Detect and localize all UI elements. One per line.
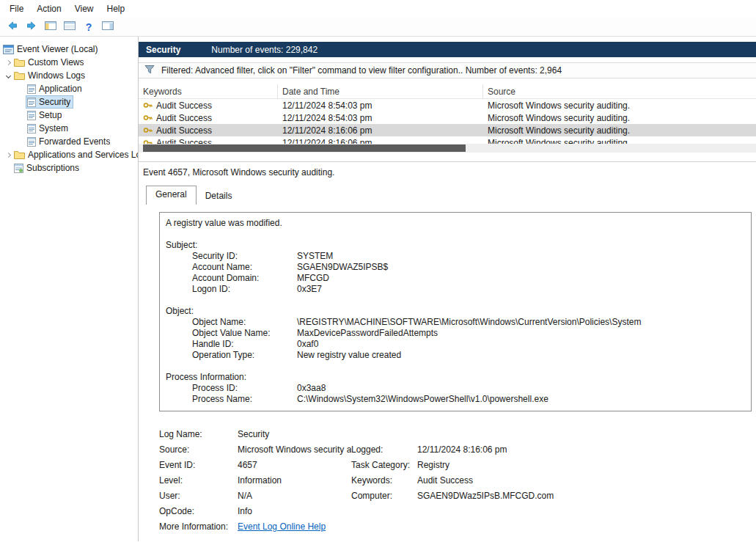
section-title: Object: bbox=[166, 306, 745, 317]
log-file-icon bbox=[27, 84, 36, 94]
horizontal-scrollbar[interactable] bbox=[139, 144, 756, 153]
field-value: MFCGD bbox=[297, 273, 329, 284]
tree-label: Subscriptions bbox=[26, 163, 79, 173]
prop-label: Event ID: bbox=[159, 460, 238, 470]
cell-datetime: 12/11/2024 8:16:06 pm bbox=[278, 138, 483, 144]
workspace: Event Viewer (Local) Custom Views Window… bbox=[0, 37, 756, 541]
key-icon bbox=[143, 125, 153, 135]
prop-label: User: bbox=[159, 491, 238, 501]
folder-icon bbox=[14, 150, 25, 159]
prop-value: Microsoft Windows security auditing. bbox=[238, 444, 351, 455]
sidebar-item-forwarded-events[interactable]: Forwarded Events bbox=[0, 135, 138, 148]
log-file-icon bbox=[27, 111, 36, 120]
sidebar-item-setup[interactable]: Setup bbox=[0, 109, 138, 122]
prop-label: Computer: bbox=[351, 491, 417, 501]
arrow-right-icon bbox=[26, 20, 37, 34]
prop-value: Security bbox=[238, 429, 351, 439]
sidebar-item-subscriptions[interactable]: Subscriptions bbox=[0, 161, 138, 175]
sidebar-item-applications-and-services-logs[interactable]: Applications and Services Log bbox=[0, 148, 138, 161]
tree-label: Custom Views bbox=[28, 57, 84, 67]
section-title: Process Information: bbox=[166, 372, 745, 383]
prop-label: Keywords: bbox=[351, 475, 417, 486]
cell-source: Microsoft Windows security auditing. bbox=[483, 138, 756, 144]
log-file-icon bbox=[27, 98, 36, 107]
menu-view[interactable]: View bbox=[68, 1, 100, 17]
cell-keyword: Audit Success bbox=[156, 125, 212, 136]
arrow-left-icon bbox=[7, 20, 18, 34]
menu-action[interactable]: Action bbox=[30, 1, 67, 17]
column-header-keywords[interactable]: Keywords bbox=[139, 84, 278, 98]
cell-source: Microsoft Windows security auditing. bbox=[483, 113, 756, 123]
prop-value: Info bbox=[238, 506, 351, 516]
tree-label: Event Viewer (Local) bbox=[17, 44, 98, 54]
sidebar-item-event-viewer-local[interactable]: Event Viewer (Local) bbox=[0, 43, 138, 56]
menu-help[interactable]: Help bbox=[100, 1, 132, 17]
console-tree-icon bbox=[45, 21, 56, 33]
field-label: Logon ID: bbox=[192, 284, 297, 295]
field-label: Account Name: bbox=[192, 262, 297, 273]
filter-notice-text: Filtered: Advanced filter, click on "Fil… bbox=[161, 65, 562, 76]
field-value: 0xaf0 bbox=[297, 339, 318, 350]
table-row-clipped[interactable]: Audit Success 12/11/2024 8:16:06 pm Micr… bbox=[139, 136, 756, 144]
table-row-selected[interactable]: Audit Success 12/11/2024 8:16:06 pm Micr… bbox=[139, 124, 756, 136]
prop-label: More Information: bbox=[159, 521, 238, 532]
field-value: \REGISTRY\MACHINE\SOFTWARE\Microsoft\Win… bbox=[297, 317, 641, 328]
log-file-icon bbox=[27, 124, 36, 133]
cell-keyword: Audit Success bbox=[156, 100, 212, 111]
sidebar-item-system[interactable]: System bbox=[0, 122, 138, 135]
key-icon bbox=[143, 113, 153, 122]
toolbar: ? bbox=[0, 18, 756, 37]
show-console-tree-button[interactable] bbox=[42, 19, 59, 35]
scrollbar-thumb[interactable] bbox=[143, 144, 466, 152]
event-preview-title: Event 4657, Microsoft Windows security a… bbox=[139, 162, 756, 180]
event-intro: A registry value was modified. bbox=[166, 218, 745, 229]
field-label: Process Name: bbox=[192, 394, 297, 405]
tree-label: Windows Logs bbox=[28, 70, 85, 81]
cell-keyword: Audit Success bbox=[156, 113, 212, 123]
event-preview-pane: Event 4657, Microsoft Windows security a… bbox=[139, 161, 756, 541]
events-panel-header: Security Number of events: 229,842 bbox=[139, 42, 756, 57]
sidebar-item-custom-views[interactable]: Custom Views bbox=[0, 56, 138, 69]
open-saved-log-button[interactable] bbox=[61, 19, 78, 35]
chevron-right-icon[interactable] bbox=[4, 148, 13, 161]
event-log-online-help-link[interactable]: Event Log Online Help bbox=[238, 521, 351, 532]
menu-file[interactable]: File bbox=[3, 1, 30, 17]
field-value: 0x3E7 bbox=[297, 284, 322, 295]
tree-label: Security bbox=[39, 97, 70, 107]
sidebar-item-windows-logs[interactable]: Windows Logs bbox=[0, 69, 138, 82]
cell-keyword: Audit Success bbox=[156, 138, 212, 144]
help-button[interactable]: ? bbox=[80, 19, 98, 35]
column-header-source[interactable]: Source bbox=[483, 84, 756, 98]
chevron-right-icon[interactable] bbox=[4, 56, 13, 69]
filter-notice-bar: Filtered: Advanced filter, click on "Fil… bbox=[139, 62, 756, 78]
cell-source: Microsoft Windows security auditing. bbox=[483, 100, 756, 111]
folder-icon bbox=[14, 58, 25, 67]
forward-button[interactable] bbox=[23, 19, 40, 35]
prop-value: 4657 bbox=[238, 460, 351, 470]
tree-label: Application bbox=[39, 84, 82, 94]
panel-title: Security bbox=[146, 45, 180, 55]
field-value: MaxDevicePasswordFailedAttempts bbox=[297, 328, 438, 339]
tab-general[interactable]: General bbox=[146, 186, 197, 205]
sidebar-item-application[interactable]: Application bbox=[0, 82, 138, 95]
window-grid-icon bbox=[64, 21, 76, 33]
prop-label: Task Category: bbox=[351, 460, 417, 470]
back-button[interactable] bbox=[4, 19, 21, 35]
tab-details[interactable]: Details bbox=[197, 188, 241, 205]
help-icon: ? bbox=[86, 21, 92, 33]
table-row[interactable]: Audit Success 12/11/2024 8:54:03 pm Micr… bbox=[139, 99, 756, 111]
field-label: Process ID: bbox=[192, 383, 297, 394]
preview-tabs: General Details bbox=[139, 180, 756, 205]
column-header-date-and-time[interactable]: Date and Time bbox=[278, 84, 483, 98]
table-row[interactable]: Audit Success 12/11/2024 8:54:03 pm Micr… bbox=[139, 111, 756, 124]
cell-datetime: 12/11/2024 8:16:06 pm bbox=[278, 125, 483, 136]
event-viewer-icon bbox=[3, 45, 14, 54]
show-action-pane-button[interactable] bbox=[99, 19, 117, 35]
tree-label: Setup bbox=[39, 110, 62, 120]
sidebar-item-security[interactable]: Security bbox=[0, 95, 138, 109]
chevron-down-icon[interactable] bbox=[4, 69, 13, 82]
prop-label: Log Name: bbox=[159, 429, 238, 439]
cell-datetime: 12/11/2024 8:54:03 pm bbox=[278, 100, 483, 111]
field-value: C:\Windows\System32\WindowsPowerShell\v1… bbox=[297, 394, 548, 405]
tree-label: Forwarded Events bbox=[39, 136, 110, 147]
